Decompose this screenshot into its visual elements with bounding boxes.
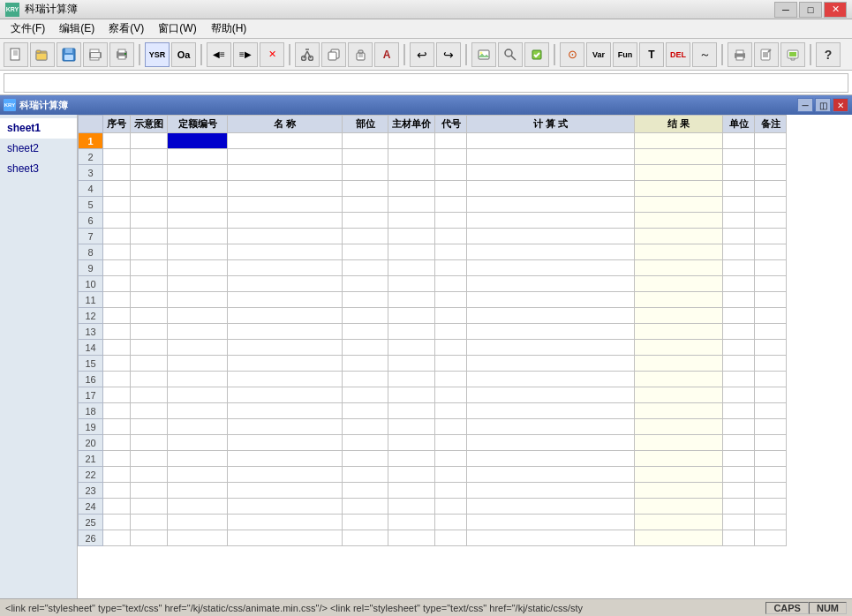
- cell-price[interactable]: [388, 483, 435, 499]
- cell-result[interactable]: [635, 451, 723, 467]
- cell-unit[interactable]: [723, 165, 755, 181]
- printer-icon-button[interactable]: [728, 42, 752, 67]
- cell-unit[interactable]: [723, 213, 755, 229]
- cell-dept[interactable]: [343, 515, 388, 530]
- new-button[interactable]: [4, 42, 28, 67]
- cell-formula[interactable]: [467, 387, 635, 403]
- cell-name[interactable]: [228, 213, 343, 229]
- delete-style-button[interactable]: ✕: [260, 42, 284, 67]
- cell-result[interactable]: [635, 419, 723, 435]
- cell-dept[interactable]: [343, 340, 388, 356]
- font-button[interactable]: A: [374, 42, 399, 67]
- menu-window[interactable]: 窗口(W): [151, 19, 203, 38]
- cell-name[interactable]: [228, 149, 343, 165]
- cell-formula[interactable]: [467, 308, 635, 324]
- cell-defnum[interactable]: [168, 419, 228, 435]
- cell-formula[interactable]: [467, 467, 635, 483]
- cut-button[interactable]: [295, 42, 320, 67]
- cell-seqnum[interactable]: [103, 165, 131, 181]
- insert-image-button[interactable]: [471, 42, 496, 67]
- header-name[interactable]: 名 称: [228, 116, 343, 133]
- cell-price[interactable]: [388, 324, 435, 340]
- cell-result[interactable]: [635, 435, 723, 451]
- cell-defnum[interactable]: [168, 530, 228, 546]
- cell-defnum[interactable]: [168, 340, 228, 356]
- cell-icon[interactable]: [131, 467, 168, 483]
- cell-seqnum[interactable]: [103, 197, 131, 213]
- cell-unit[interactable]: [723, 276, 755, 292]
- cell-icon[interactable]: [131, 340, 168, 356]
- cell-name[interactable]: [228, 467, 343, 483]
- cell-unit[interactable]: [723, 308, 755, 324]
- cell-note[interactable]: [755, 308, 787, 324]
- cell-name[interactable]: [228, 451, 343, 467]
- cell-icon[interactable]: [131, 149, 168, 165]
- cell-icon[interactable]: [131, 213, 168, 229]
- cell-code[interactable]: [435, 467, 467, 483]
- header-price[interactable]: 主材单价: [388, 116, 435, 133]
- cell-name[interactable]: [228, 165, 343, 181]
- close-button[interactable]: ✕: [824, 2, 847, 18]
- cell-name[interactable]: [228, 403, 343, 419]
- cell-defnum[interactable]: [168, 435, 228, 451]
- cell-code[interactable]: [435, 133, 467, 149]
- cell-formula[interactable]: [467, 260, 635, 276]
- cell-formula[interactable]: [467, 372, 635, 387]
- green-box-button[interactable]: [524, 42, 549, 67]
- cell-seqnum[interactable]: [103, 181, 131, 197]
- cell-seqnum[interactable]: [103, 499, 131, 515]
- cell-defnum[interactable]: [168, 133, 228, 149]
- circle-btn[interactable]: ⊙: [560, 42, 584, 67]
- cell-result[interactable]: [635, 403, 723, 419]
- cell-dept[interactable]: [343, 133, 388, 149]
- cell-note[interactable]: [755, 356, 787, 372]
- cell-seqnum[interactable]: [103, 149, 131, 165]
- cell-formula[interactable]: [467, 530, 635, 546]
- cell-defnum[interactable]: [168, 292, 228, 308]
- cell-seqnum[interactable]: [103, 530, 131, 546]
- cell-formula[interactable]: [467, 515, 635, 530]
- cell-dept[interactable]: [343, 419, 388, 435]
- cell-note[interactable]: [755, 276, 787, 292]
- cell-result[interactable]: [635, 372, 723, 387]
- spreadsheet[interactable]: 序号 示意图 定额编号 名 称 部位 主材单价 代号 计 算 式 结 果 单位: [78, 115, 852, 598]
- open-button[interactable]: [30, 42, 55, 67]
- cell-note[interactable]: [755, 133, 787, 149]
- cell-formula[interactable]: [467, 451, 635, 467]
- cell-dept[interactable]: [343, 260, 388, 276]
- cell-note[interactable]: [755, 260, 787, 276]
- help-button[interactable]: ?: [816, 42, 841, 67]
- cell-price[interactable]: [388, 181, 435, 197]
- cell-name[interactable]: [228, 483, 343, 499]
- cell-result[interactable]: [635, 515, 723, 530]
- cell-note[interactable]: [755, 340, 787, 356]
- maximize-button[interactable]: □: [799, 2, 822, 18]
- header-seqnum[interactable]: 序号: [103, 116, 131, 133]
- cell-formula[interactable]: [467, 435, 635, 451]
- cell-dept[interactable]: [343, 213, 388, 229]
- cell-dept[interactable]: [343, 499, 388, 515]
- header-unit[interactable]: 单位: [723, 116, 755, 133]
- cell-dept[interactable]: [343, 292, 388, 308]
- cell-name[interactable]: [228, 530, 343, 546]
- table-row[interactable]: 10: [79, 276, 787, 292]
- cell-note[interactable]: [755, 324, 787, 340]
- table-row[interactable]: 11: [79, 292, 787, 308]
- cell-unit[interactable]: [723, 197, 755, 213]
- cell-code[interactable]: [435, 435, 467, 451]
- cell-name[interactable]: [228, 499, 343, 515]
- cell-price[interactable]: [388, 356, 435, 372]
- cell-unit[interactable]: [723, 244, 755, 260]
- cell-price[interactable]: [388, 419, 435, 435]
- cell-icon[interactable]: [131, 530, 168, 546]
- cell-icon[interactable]: [131, 356, 168, 372]
- cell-note[interactable]: [755, 530, 787, 546]
- header-formula[interactable]: 计 算 式: [467, 116, 635, 133]
- cell-name[interactable]: [228, 387, 343, 403]
- cell-code[interactable]: [435, 356, 467, 372]
- cell-formula[interactable]: [467, 229, 635, 244]
- cell-result[interactable]: [635, 229, 723, 244]
- cell-formula[interactable]: [467, 419, 635, 435]
- cell-formula[interactable]: [467, 213, 635, 229]
- cell-dept[interactable]: [343, 197, 388, 213]
